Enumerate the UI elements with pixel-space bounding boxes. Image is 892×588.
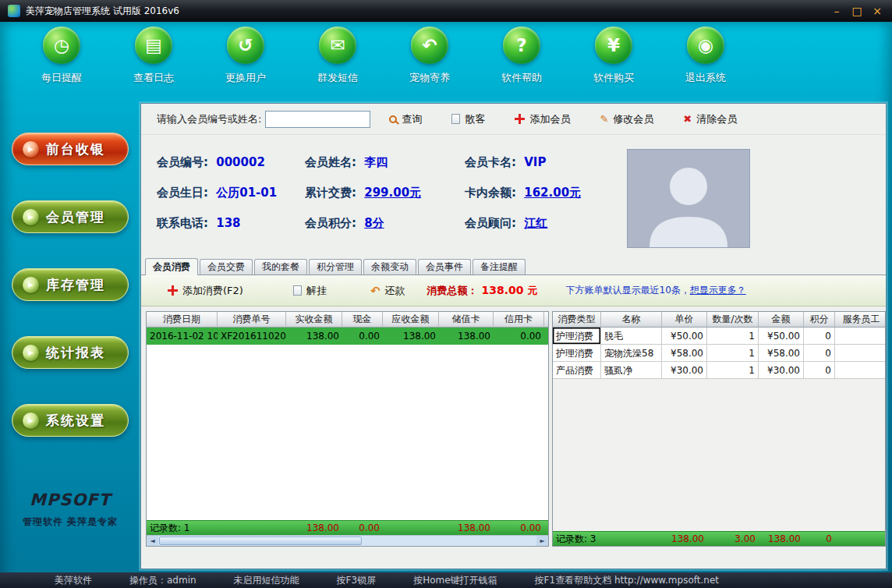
status-cashbox-hint: 按Home键打开钱箱: [413, 574, 497, 587]
icon-glyph: ◷: [54, 35, 69, 55]
table-cell: 2016-11-02 10:: [147, 328, 218, 345]
toolbar-item-label: 更换用户: [225, 71, 266, 85]
toolbar-item-pet-boarding[interactable]: ↶ 宠物寄养: [384, 27, 476, 85]
horizontal-scrollbar[interactable]: ◄ ►: [147, 535, 548, 546]
table-cell: 0: [804, 345, 835, 362]
advisor-link[interactable]: 江红: [524, 216, 547, 230]
minimize-button[interactable]: –: [830, 4, 844, 18]
items-table-body: [553, 379, 885, 531]
member-birthday-field: 会员生日: 公历01-01: [157, 186, 305, 200]
icon-glyph: ✉: [330, 35, 345, 55]
walkin-button[interactable]: 散客: [451, 112, 485, 126]
column-header: 服务员工: [835, 312, 886, 328]
sidebar-item-reports[interactable]: ▶ 统计报表: [12, 336, 129, 369]
tab-events[interactable]: 会员事件: [418, 259, 471, 275]
window-controls: – □ ×: [830, 4, 884, 18]
sidebar-item-cashier[interactable]: ▶ 前台收银: [12, 133, 129, 165]
button-label: 清除会员: [696, 112, 737, 126]
member-search-input[interactable]: [265, 111, 370, 128]
member-balance-field: 卡内余额: 162.00元: [465, 186, 644, 200]
total-paid-link[interactable]: 299.00元: [364, 186, 421, 200]
field-label: 会员积分:: [305, 216, 356, 230]
column-header: 单价: [662, 312, 707, 328]
toolbar-item-switch-user[interactable]: ↺ 更换用户: [200, 27, 292, 85]
query-button[interactable]: 查询: [389, 112, 422, 126]
toolbar-item-daily-reminder[interactable]: ◷ 每日提醒: [16, 27, 108, 85]
column-header: 实收金额: [286, 312, 342, 328]
table-cell: 产品消费: [553, 362, 601, 379]
table-cell: XF2016110200: [218, 328, 286, 345]
table-cell: 1: [707, 362, 759, 379]
consumption-toolbar: 添加消费(F2) 解挂 ↶ 还款 消费总额： 138.00 元 下方账单默认显示…: [141, 275, 886, 306]
status-operator: 操作员：admin: [129, 574, 196, 587]
tab-points[interactable]: 积分管理: [309, 259, 362, 275]
points-link[interactable]: 8分: [364, 216, 384, 230]
field-label: 会员姓名:: [305, 155, 356, 169]
toolbar-item-mass-sms[interactable]: ✉ 群发短信: [292, 27, 384, 85]
member-no-field: 会员编号: 000002: [157, 155, 305, 170]
search-icon: [389, 115, 397, 123]
table-cell: ¥50.00: [662, 328, 707, 345]
close-button[interactable]: ×: [870, 4, 884, 18]
toolbar-item-exit-system[interactable]: ◉ 退出系统: [660, 27, 752, 85]
icon-glyph: ▤: [145, 35, 162, 55]
toolbar-item-software-purchase[interactable]: ¥ 软件购买: [568, 27, 660, 85]
sidebar-item-inventory[interactable]: ▶ 库存管理: [12, 268, 129, 301]
edit-member-button[interactable]: ✎ 修改会员: [600, 112, 653, 126]
table-cell: 1: [707, 345, 759, 362]
play-icon: ▶: [23, 345, 39, 361]
sidebar-item-members[interactable]: ▶ 会员管理: [12, 200, 129, 233]
items-table-row[interactable]: 护理消费 宠物洗澡58 ¥58.00 1 ¥58.00 0: [553, 345, 885, 362]
items-table-footer: 记录数: 3 138.00 3.00 138.00 0: [553, 531, 885, 546]
toolbar-item-software-help[interactable]: ? 软件帮助: [476, 27, 568, 85]
icon-glyph: ◉: [698, 35, 713, 55]
button-label: 查询: [402, 112, 422, 126]
tab-balance-changes[interactable]: 余额变动: [363, 259, 416, 275]
column-header: 消费日期: [147, 312, 218, 328]
items-table-row[interactable]: 产品消费 骚虱净 ¥30.00 1 ¥30.00 0: [553, 362, 885, 379]
add-consumption-button[interactable]: 添加消费(F2): [168, 284, 243, 298]
scroll-left-icon[interactable]: ◄: [147, 536, 158, 546]
column-header: 储值卡: [439, 312, 494, 328]
plus-icon: [515, 114, 525, 124]
record-count: 记录数: 3: [553, 532, 601, 546]
top-toolbar: ◷ 每日提醒 ▤ 查看日志 ↺ 更换用户 ✉ 群发短信 ↶ 宠物寄养 ? 软件帮…: [16, 27, 752, 85]
add-member-button[interactable]: 添加会员: [515, 112, 570, 126]
member-photo: [627, 149, 750, 248]
table-cell: [835, 362, 886, 379]
scroll-right-icon[interactable]: ►: [536, 536, 548, 546]
table-cell: 138.00: [662, 532, 707, 546]
sidebar-item-label: 库存管理: [46, 276, 105, 294]
field-label: 会员卡名:: [465, 155, 516, 169]
scrollbar-thumb[interactable]: [159, 537, 362, 545]
show-more-link[interactable]: 想显示更多？: [690, 285, 746, 296]
items-table-row[interactable]: 护理消费 脱毛 ¥50.00 1 ¥50.00 0: [553, 328, 885, 345]
consumption-items-table: 消费类型 名称 单价 数量/次数 金额 积分 服务员工 护理消费 脱毛 ¥50.…: [552, 311, 886, 547]
tab-consumption[interactable]: 会员消费: [145, 258, 198, 275]
tab-packages[interactable]: 我的套餐: [254, 259, 307, 275]
tables-area: 消费日期 消费单号 实收金额 现金 应收金额 储值卡 信用卡 签 2016-11…: [141, 306, 886, 569]
table-cell: [544, 328, 549, 345]
toolbar-item-view-log[interactable]: ▤ 查看日志: [108, 27, 200, 85]
button-label: 还款: [384, 284, 405, 298]
search-label: 请输入会员编号或姓名:: [157, 112, 261, 126]
member-phone-field: 联系电话: 138: [157, 216, 305, 231]
toolbar-item-label: 宠物寄养: [409, 71, 450, 85]
statusbar: 美萍软件 操作员：admin 未启用短信功能 按F3锁屏 按Home键打开钱箱 …: [0, 572, 892, 588]
sidebar-item-label: 系统设置: [46, 412, 105, 430]
clear-member-button[interactable]: ✖ 清除会员: [683, 112, 737, 126]
member-points-field: 会员积分: 8分: [305, 216, 465, 231]
field-value: 138: [216, 216, 240, 230]
tab-payment[interactable]: 会员交费: [200, 259, 253, 275]
unhang-button[interactable]: 解挂: [293, 284, 327, 298]
app-icon: [8, 5, 20, 17]
sidebar-item-settings[interactable]: ▶ 系统设置: [12, 404, 129, 437]
total-label: 消费总额：: [427, 284, 477, 298]
tab-notes[interactable]: 备注提醒: [473, 259, 526, 275]
app-window: 美萍宠物店管理系统 试用版 2016v6 – □ × ◷ 每日提醒 ▤ 查看日志…: [0, 0, 892, 588]
balance-link[interactable]: 162.00元: [524, 186, 581, 200]
maximize-button[interactable]: □: [850, 4, 864, 18]
orders-table-row[interactable]: 2016-11-02 10: XF2016110200 138.00 0.00 …: [147, 328, 548, 345]
column-header: 签: [544, 312, 549, 328]
repay-button[interactable]: ↶ 还款: [370, 284, 405, 298]
